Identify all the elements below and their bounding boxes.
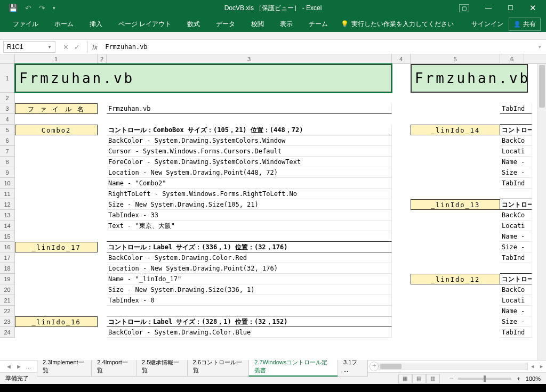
row-header[interactable]: 11 — [0, 189, 14, 199]
scrollbar-thumb[interactable] — [539, 65, 545, 108]
col-header[interactable]: 3 — [107, 54, 392, 63]
cell[interactable]: _linIdo_17 — [15, 242, 98, 252]
add-sheet-button[interactable]: + — [370, 362, 379, 371]
title-cell[interactable]: Frmzuhan.vb — [15, 64, 392, 93]
signin-link[interactable]: サインイン — [471, 20, 503, 29]
cell[interactable]: コントロール：Label サイズ：(328，1) 位置：(32，152) — [107, 316, 392, 327]
select-all-corner[interactable] — [0, 54, 15, 63]
cell[interactable]: Locati — [500, 295, 532, 306]
cell[interactable]: Location - New System.Drawing.Point(32, … — [107, 263, 392, 274]
row-header[interactable]: 8 — [0, 157, 14, 167]
horizontal-scrollbar[interactable] — [379, 363, 528, 370]
tab-nav-dots[interactable]: ... — [25, 363, 33, 370]
col-header[interactable]: 2 — [98, 54, 107, 63]
zoom-in-button[interactable]: + — [517, 375, 520, 382]
cell[interactable]: BackColor - System.Drawing.Color.Blue — [107, 327, 392, 338]
maximize-icon[interactable]: ☐ — [508, 4, 513, 12]
cell[interactable]: Locati — [500, 146, 532, 157]
normal-view-icon[interactable]: ▦ — [398, 374, 412, 383]
cell[interactable]: Cursor - System.Windows.Forms.Cursors.De… — [107, 146, 392, 157]
cell[interactable]: _linIdo_16 — [15, 316, 98, 327]
row-header[interactable]: 5 — [0, 125, 14, 135]
row-header[interactable]: 16 — [0, 242, 14, 252]
tab-insert[interactable]: 挿入 — [82, 18, 110, 31]
cell[interactable]: TabInd — [500, 103, 532, 114]
save-icon[interactable]: 💾 — [9, 4, 18, 12]
hscroll-left-icon[interactable]: ◄ — [528, 364, 537, 369]
cell[interactable]: TabIndex - 33 — [107, 210, 392, 220]
row-header[interactable]: 9 — [0, 167, 14, 178]
cell[interactable]: Size - — [500, 242, 532, 252]
formula-input[interactable]: Frmzuhan.vb — [102, 43, 533, 51]
page-break-view-icon[interactable]: ▥ — [426, 374, 440, 383]
vertical-scrollbar[interactable] — [537, 64, 546, 360]
minimize-icon[interactable]: ― — [485, 4, 492, 12]
cell[interactable]: コントロー — [500, 125, 532, 135]
cell[interactable] — [107, 306, 392, 316]
cell[interactable]: Name - "_linIdo_17" — [107, 274, 392, 284]
cell[interactable]: フ ァ イ ル 名 — [15, 103, 98, 114]
page-layout-view-icon[interactable]: ▤ — [412, 374, 426, 383]
cell[interactable]: Location - New System.Drawing.Point(448,… — [107, 167, 392, 178]
cell[interactable]: RightToLeft - System.Windows.Forms.Right… — [107, 189, 392, 199]
tab-home[interactable]: ホーム — [47, 18, 81, 31]
row-header[interactable]: 20 — [0, 284, 14, 295]
cell[interactable]: コントロール：ComboBox サイズ：(105，21) 位置：(448，72) — [107, 125, 392, 135]
cell[interactable]: Name - "Combo2" — [107, 178, 392, 189]
cell[interactable]: Locati — [500, 220, 532, 231]
cell[interactable]: Combo2 — [15, 125, 98, 135]
row-header[interactable]: 4 — [0, 114, 14, 125]
zoom-level[interactable]: 100% — [526, 375, 541, 382]
cell[interactable]: BackColor - System.Drawing.Color.Red — [107, 252, 392, 263]
row-header[interactable]: 21 — [0, 295, 14, 306]
cell[interactable]: Size - — [500, 167, 532, 178]
row-header[interactable]: 2 — [0, 93, 14, 103]
cell[interactable]: _linIdo_13 — [411, 199, 500, 210]
cell[interactable] — [500, 263, 532, 274]
cell[interactable]: BackCo — [500, 135, 532, 146]
cell[interactable]: TabInd — [500, 252, 532, 263]
row-header[interactable]: 23 — [0, 316, 14, 327]
hscroll-right-icon[interactable]: ► — [537, 364, 546, 369]
cell[interactable]: Frmzuhan.vb — [107, 103, 392, 114]
zoom-slider-handle[interactable] — [484, 375, 486, 382]
cell[interactable]: TabInd — [500, 327, 532, 338]
tab-review[interactable]: 校閲 — [244, 18, 271, 31]
row-header[interactable]: 7 — [0, 146, 14, 157]
cell[interactable]: Text - "東京、大阪" — [107, 220, 392, 231]
undo-icon[interactable]: ↶ — [25, 4, 31, 12]
name-box[interactable]: R1C1 ▼ — [3, 41, 55, 53]
cell[interactable] — [107, 231, 392, 242]
cell[interactable]: コントロー — [500, 274, 532, 284]
zoom-out-button[interactable]: − — [449, 375, 453, 382]
ribbon-options-icon[interactable]: ▢ — [459, 4, 469, 12]
cell[interactable]: TabIndex - 0 — [107, 295, 392, 306]
tab-file[interactable]: ファイル — [5, 18, 46, 31]
row-header[interactable]: 3 — [0, 103, 14, 114]
cancel-formula-icon[interactable]: ✕ — [63, 43, 69, 51]
col-header[interactable]: 4 — [392, 54, 411, 63]
tell-me[interactable]: 💡 実行したい作業を入力してください — [341, 20, 454, 29]
share-button[interactable]: 👤 共有 — [509, 18, 541, 31]
row-header[interactable]: 10 — [0, 178, 14, 189]
cell[interactable]: BackColor - System.Drawing.SystemColors.… — [107, 135, 392, 146]
fx-label[interactable]: fx — [88, 43, 102, 51]
row-header[interactable]: 6 — [0, 135, 14, 146]
cell[interactable]: Name - — [500, 231, 532, 242]
cell[interactable]: Name - — [500, 306, 532, 316]
cell[interactable]: コントロー — [500, 199, 532, 210]
tab-nav-prev-icon[interactable]: ◄ — [4, 363, 13, 370]
row-header[interactable]: 1 — [0, 64, 14, 93]
cell[interactable]: コントロール：Label サイズ：(336，1) 位置：(32，176) — [107, 242, 392, 252]
cell[interactable]: Size - New System.Drawing.Size(336, 1) — [107, 284, 392, 295]
title-cell[interactable]: Frmzuhan.vb — [411, 64, 528, 93]
tab-formulas[interactable]: 数式 — [180, 18, 207, 31]
row-header[interactable]: 19 — [0, 274, 14, 284]
row-header[interactable]: 24 — [0, 327, 14, 338]
col-header[interactable]: 5 — [411, 54, 500, 63]
row-header[interactable]: 17 — [0, 252, 14, 263]
accept-formula-icon[interactable]: ✓ — [74, 43, 80, 51]
cell[interactable]: Size - New System.Drawing.Size(105, 21) — [107, 199, 392, 210]
close-icon[interactable]: ✕ — [529, 3, 536, 13]
formula-expand-icon[interactable]: ▾ — [533, 44, 546, 50]
